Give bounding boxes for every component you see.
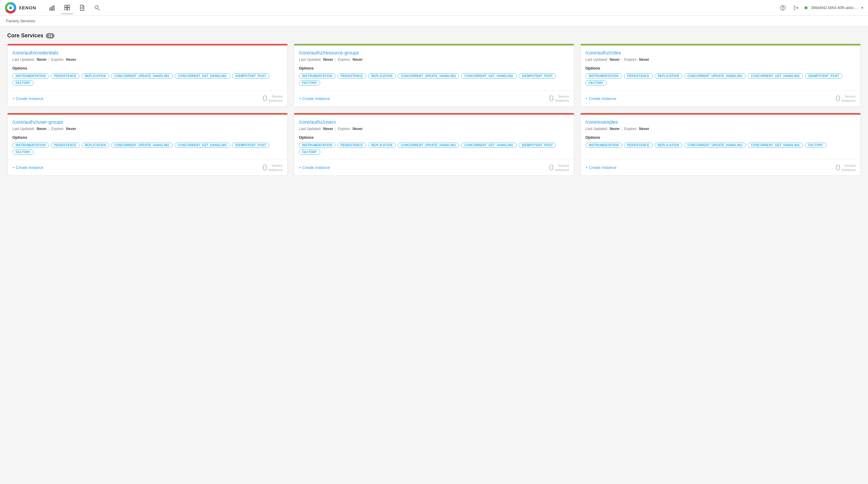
svg-rect-6 bbox=[67, 8, 69, 10]
document-nav-icon[interactable] bbox=[76, 1, 89, 14]
last-updated-label: Last Updated: bbox=[585, 127, 608, 131]
svg-line-10 bbox=[98, 9, 100, 10]
expires-label: Expires: bbox=[51, 127, 64, 131]
create-instance-link[interactable]: + Create Instance bbox=[299, 165, 330, 170]
instance-number: 0 bbox=[549, 94, 554, 103]
service-card-5: /core/authz/users Last Updated: Never | … bbox=[294, 113, 574, 176]
option-tag: CONCURRENT_UPDATE_HANDLING bbox=[111, 143, 173, 148]
option-tag: IDEMPOTENT_POST bbox=[519, 73, 556, 79]
option-tag: PERSISTENCE bbox=[51, 73, 80, 79]
option-tag: PERSISTENCE bbox=[624, 73, 653, 79]
svg-point-12 bbox=[782, 9, 783, 10]
help-icon[interactable] bbox=[778, 3, 788, 13]
service-card-3: /core/authz/roles Last Updated: Never | … bbox=[580, 43, 861, 107]
option-tag: CONCURRENT_GET_HANDLING bbox=[175, 73, 230, 79]
grid-nav-icon[interactable] bbox=[61, 1, 73, 14]
options-label: Options bbox=[299, 135, 569, 140]
expires-value: Never bbox=[639, 58, 649, 62]
card-body: /core/examples Last Updated: Never | Exp… bbox=[581, 115, 861, 159]
card-title-link[interactable]: /core/authz/users bbox=[299, 120, 569, 125]
option-tag: INSTRUMENTATION bbox=[12, 73, 49, 79]
create-instance-link[interactable]: + Create Instance bbox=[585, 96, 616, 101]
card-meta: Last Updated: Never | Expires: Never bbox=[12, 58, 283, 62]
card-title-link[interactable]: /core/examples bbox=[585, 120, 856, 125]
svg-rect-1 bbox=[52, 7, 53, 10]
option-tag: IDEMPOTENT_POST bbox=[232, 143, 270, 148]
card-meta: Last Updated: Never | Expires: Never bbox=[299, 127, 569, 131]
instance-label: ServiceInstances bbox=[555, 163, 569, 172]
meta-separator: | bbox=[621, 127, 622, 131]
last-updated-label: Last Updated: bbox=[12, 127, 35, 131]
instance-number: 0 bbox=[262, 163, 267, 172]
user-dropdown-icon[interactable]: ▾ bbox=[861, 6, 863, 10]
create-instance-link[interactable]: + Create Instance bbox=[585, 165, 616, 170]
expires-value: Never bbox=[353, 58, 363, 62]
card-body: /core/authz/roles Last Updated: Never | … bbox=[581, 46, 861, 90]
instance-count-area: 0 ServiceInstances bbox=[262, 163, 283, 172]
instance-label: ServiceInstances bbox=[841, 163, 856, 172]
last-updated-value: Never bbox=[610, 58, 620, 62]
option-tag: FACTORY bbox=[585, 80, 607, 86]
option-tag: CONCURRENT_GET_HANDLING bbox=[461, 143, 517, 148]
last-updated-value: Never bbox=[37, 58, 46, 62]
create-instance-link[interactable]: + Create Instance bbox=[12, 96, 43, 101]
option-tag: FACTORY bbox=[299, 80, 320, 86]
options-label: Options bbox=[12, 135, 283, 140]
last-updated-value: Never bbox=[323, 58, 333, 62]
service-card-4: /core/authz/user-groups Last Updated: Ne… bbox=[7, 113, 288, 176]
last-updated-label: Last Updated: bbox=[12, 58, 35, 62]
service-card-2: /core/authz/resource-groups Last Updated… bbox=[294, 43, 574, 107]
create-instance-link[interactable]: + Create Instance bbox=[299, 96, 330, 101]
option-tag: REPLICATION bbox=[82, 143, 109, 148]
option-tag: INSTRUMENTATION bbox=[585, 73, 622, 79]
option-tag: IDEMPOTENT_POST bbox=[232, 73, 270, 79]
section-title-text: Core Services bbox=[7, 32, 43, 39]
expires-value: Never bbox=[639, 127, 649, 131]
card-title-link[interactable]: /core/authz/resource-groups bbox=[299, 50, 569, 56]
card-footer: + Create Instance 0 ServiceInstances bbox=[294, 159, 574, 176]
option-tag: CONCURRENT_UPDATE_HANDLING bbox=[684, 73, 746, 79]
service-card-1: /core/auth/credentials Last Updated: Nev… bbox=[7, 43, 288, 107]
instance-number: 0 bbox=[836, 94, 840, 103]
meta-separator: | bbox=[621, 58, 622, 62]
header-right: 388d4942-b054-40f5-ab4c-... ▾ bbox=[778, 3, 863, 13]
option-tag: REPLICATION bbox=[655, 73, 682, 79]
create-instance-link[interactable]: + Create Instance bbox=[12, 165, 43, 170]
expires-value: Never bbox=[66, 58, 76, 62]
last-updated-value: Never bbox=[37, 127, 46, 131]
option-tag: CONCURRENT_UPDATE_HANDLING bbox=[398, 73, 459, 79]
card-meta: Last Updated: Never | Expires: Never bbox=[12, 127, 283, 131]
expires-label: Expires: bbox=[338, 127, 351, 131]
option-tag: INSTRUMENTATION bbox=[585, 143, 622, 148]
option-tag: FACTORY bbox=[299, 150, 320, 155]
card-body: /core/auth/credentials Last Updated: Nev… bbox=[7, 46, 287, 90]
card-title-link[interactable]: /core/authz/roles bbox=[585, 50, 856, 56]
card-body: /core/authz/user-groups Last Updated: Ne… bbox=[7, 115, 287, 159]
option-tag: INSTRUMENTATION bbox=[299, 143, 336, 148]
instance-number: 0 bbox=[836, 163, 840, 172]
option-tag: INSTRUMENTATION bbox=[299, 73, 336, 79]
meta-separator: | bbox=[49, 127, 49, 131]
expires-label: Expires: bbox=[624, 58, 637, 62]
card-title-link[interactable]: /core/authz/user-groups bbox=[12, 120, 283, 125]
card-title-link[interactable]: /core/auth/credentials bbox=[12, 50, 283, 56]
chart-nav-icon[interactable] bbox=[46, 1, 58, 14]
tags-list: INSTRUMENTATIONPERSISTENCEREPLICATIONCON… bbox=[299, 73, 569, 86]
option-tag: PERSISTENCE bbox=[337, 73, 366, 79]
last-updated-value: Never bbox=[610, 127, 620, 131]
logout-icon[interactable] bbox=[791, 3, 801, 13]
search-nav-icon[interactable] bbox=[91, 1, 103, 14]
option-tag: FACTORY bbox=[805, 143, 827, 148]
option-tag: IDEMPOTENT_POST bbox=[805, 73, 843, 79]
instance-count-area: 0 ServiceInstances bbox=[262, 94, 283, 103]
option-tag: CONCURRENT_UPDATE_HANDLING bbox=[111, 73, 173, 79]
last-updated-label: Last Updated: bbox=[585, 58, 608, 62]
instance-count-area: 0 ServiceInstances bbox=[549, 94, 569, 103]
section-title-area: Core Services 14 bbox=[7, 32, 861, 39]
option-tag: IDEMPOTENT_POST bbox=[519, 143, 556, 148]
option-tag: REPLICATION bbox=[368, 73, 396, 79]
breadcrumb: Factory Services bbox=[0, 16, 868, 27]
instance-count-area: 0 ServiceInstances bbox=[836, 163, 856, 172]
instance-number: 0 bbox=[262, 94, 267, 103]
instance-number: 0 bbox=[549, 163, 554, 172]
